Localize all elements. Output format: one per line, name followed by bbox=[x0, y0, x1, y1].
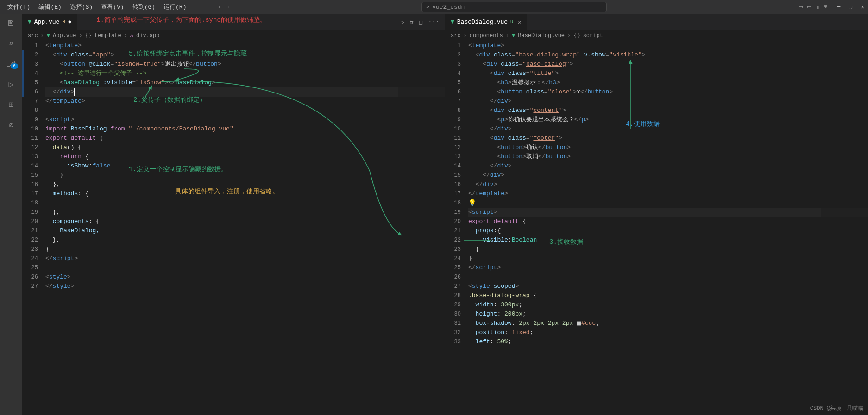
more-icon[interactable]: ··· bbox=[428, 19, 439, 26]
crumb[interactable]: components bbox=[470, 32, 503, 39]
close-icon[interactable]: ✕ bbox=[861, 3, 864, 11]
layout-icon[interactable]: ▭ bbox=[799, 3, 803, 11]
search-icon: ⌕ bbox=[426, 3, 429, 11]
search-side-icon[interactable]: ⌕ bbox=[6, 38, 17, 49]
lightbulb-icon[interactable]: 💡 bbox=[468, 199, 476, 207]
search-text: vue2_csdn bbox=[432, 4, 465, 11]
sidebar-icon[interactable]: ◫ bbox=[816, 3, 819, 11]
split-icon[interactable]: ◫ bbox=[419, 19, 423, 26]
explorer-icon[interactable]: 🗎 bbox=[6, 18, 17, 29]
menu-file[interactable]: 文件(F) bbox=[4, 1, 34, 13]
crumb[interactable]: script bbox=[583, 32, 603, 39]
tab-basedialog-vue[interactable]: ▼ BaseDialog.vue U ✕ bbox=[445, 14, 528, 30]
nav-back-icon[interactable]: ← bbox=[219, 4, 222, 11]
menu-more[interactable]: ··· bbox=[191, 1, 209, 13]
remote-icon[interactable]: ⊘ bbox=[6, 119, 17, 130]
menu-goto[interactable]: 转到(G) bbox=[129, 1, 159, 13]
scm-badge: 6 bbox=[11, 63, 18, 69]
menu-edit[interactable]: 编辑(E) bbox=[35, 1, 65, 13]
code-left[interactable]: <template> <div class="app"> <button @cl… bbox=[45, 41, 445, 415]
scm-icon[interactable]: ⎇6 bbox=[6, 58, 17, 69]
watermark: CSDN @头顶一只喵喵 bbox=[810, 404, 863, 412]
nav-forward-icon[interactable]: → bbox=[226, 4, 230, 11]
crumb[interactable]: BaseDialog.vue bbox=[518, 32, 565, 39]
tab-status: U bbox=[510, 19, 513, 25]
vue-icon: ▼ bbox=[451, 19, 454, 25]
maximize-icon[interactable]: ▢ bbox=[849, 3, 852, 11]
code-right[interactable]: <template> <div class="base-dialog-wrap"… bbox=[468, 41, 868, 415]
menu-bar: 文件(F) 编辑(E) 选择(S) 查看(V) 转到(G) 运行(R) ··· bbox=[4, 1, 209, 13]
brace-icon: {} bbox=[85, 32, 92, 39]
crumb[interactable]: src bbox=[451, 32, 461, 39]
menu-run[interactable]: 运行(R) bbox=[160, 1, 190, 13]
minimap-right[interactable] bbox=[821, 41, 868, 415]
vue-icon: ▼ bbox=[512, 32, 515, 39]
activity-bar: 🗎 ⌕ ⎇6 ▷ ⊞ ⊘ bbox=[0, 14, 22, 415]
code-area-right[interactable]: 1 2 3 4 5 6 7 8 9 10 11 12 13 14 15 16 1 bbox=[445, 41, 868, 415]
tab-name: App.vue bbox=[34, 19, 60, 25]
minimize-icon[interactable]: — bbox=[837, 3, 841, 11]
tab-status: M bbox=[62, 19, 65, 25]
extensions-icon[interactable]: ⊞ bbox=[6, 99, 17, 110]
tab-close-icon[interactable]: ✕ bbox=[518, 19, 522, 26]
vue-icon: ▼ bbox=[47, 32, 50, 39]
tab-dirty-icon: ● bbox=[68, 19, 71, 25]
editor-right: ▼ BaseDialog.vue U ✕ src› components› ▼B… bbox=[445, 14, 868, 415]
compare-icon[interactable]: ⇆ bbox=[410, 19, 414, 26]
diff-marker bbox=[22, 50, 24, 97]
tag-icon: ◇ bbox=[130, 32, 133, 39]
code-area-left[interactable]: 1 2 3 4 5 6 7 8 9 10 11 12 13 14 15 16 1 bbox=[22, 41, 445, 415]
tabs-left: ▼ App.vue M ● ▷ ⇆ ◫ ··· bbox=[22, 14, 445, 30]
panel-icon[interactable]: ▭ bbox=[807, 3, 811, 11]
crumb[interactable]: div.app bbox=[136, 32, 159, 39]
brace-icon: {} bbox=[573, 32, 580, 39]
tab-app-vue[interactable]: ▼ App.vue M ● bbox=[22, 14, 77, 30]
breadcrumb-left[interactable]: src› ▼App.vue› {}template› ◇div.app bbox=[22, 30, 445, 41]
command-center[interactable]: ⌕ vue2_csdn bbox=[421, 2, 607, 12]
editor-left: 1.简单的完成一下父传子，为下面的.sync的使用做铺垫。 ▼ App.vue … bbox=[22, 14, 445, 415]
debug-icon[interactable]: ▷ bbox=[6, 79, 17, 90]
vue-icon: ▼ bbox=[28, 19, 31, 25]
gutter-right: 1 2 3 4 5 6 7 8 9 10 11 12 13 14 15 16 1 bbox=[445, 41, 468, 415]
titlebar: 文件(F) 编辑(E) 选择(S) 查看(V) 转到(G) 运行(R) ··· … bbox=[0, 0, 868, 14]
crumb[interactable]: App.vue bbox=[53, 32, 76, 39]
minimap-left[interactable] bbox=[398, 41, 445, 415]
grid-icon[interactable]: ⊞ bbox=[824, 3, 828, 11]
run-icon[interactable]: ▷ bbox=[401, 19, 404, 26]
menu-select[interactable]: 选择(S) bbox=[66, 1, 96, 13]
tabs-right: ▼ BaseDialog.vue U ✕ bbox=[445, 14, 868, 30]
tab-name: BaseDialog.vue bbox=[457, 19, 508, 25]
nav-arrows: ← → bbox=[219, 4, 230, 11]
crumb[interactable]: template bbox=[94, 32, 121, 39]
breadcrumb-right[interactable]: src› components› ▼BaseDialog.vue› {}scri… bbox=[445, 30, 868, 41]
gutter-left: 1 2 3 4 5 6 7 8 9 10 11 12 13 14 15 16 1 bbox=[22, 41, 45, 415]
menu-view[interactable]: 查看(V) bbox=[97, 1, 127, 13]
crumb[interactable]: src bbox=[28, 32, 38, 39]
